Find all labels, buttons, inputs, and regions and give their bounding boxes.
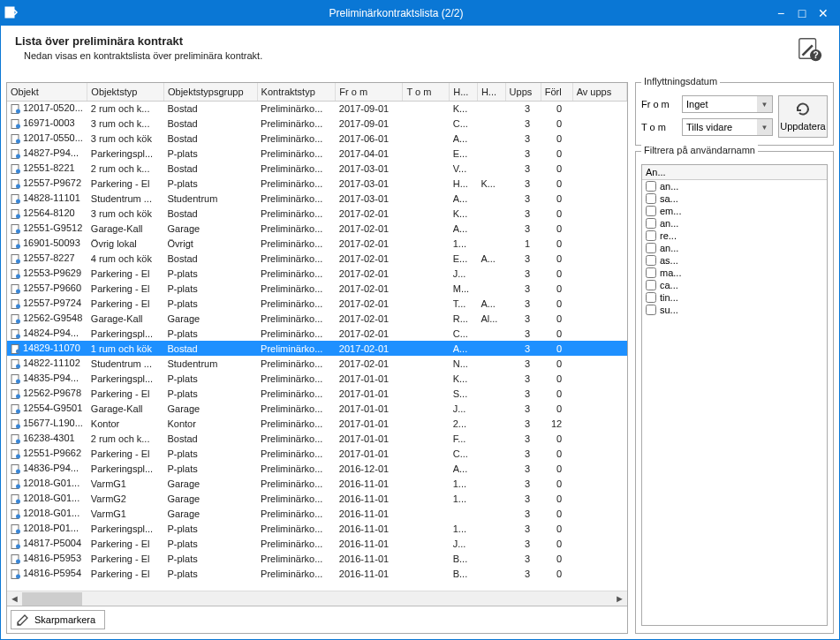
table-row[interactable]: 14829-110701 rum och kökBostadPreliminär… — [7, 341, 627, 356]
table-row[interactable]: 12562-G9548Garage-KallGaragePreliminärko… — [7, 311, 627, 326]
table-row[interactable]: 12018-G01...VarmG2GaragePreliminärko...2… — [7, 491, 627, 506]
user-row[interactable]: ca... — [642, 279, 827, 291]
table-cell: P-plats — [163, 551, 257, 566]
user-row[interactable]: as... — [642, 254, 827, 267]
user-checkbox[interactable] — [646, 193, 656, 204]
maximize-button[interactable]: □ — [795, 6, 809, 20]
user-checkbox[interactable] — [646, 305, 656, 315]
table-cell: P-plats — [163, 446, 257, 461]
table-row[interactable]: 15677-L190...KontorKontorPreliminärko...… — [7, 416, 627, 431]
chevron-down-icon[interactable]: ▼ — [757, 96, 772, 112]
table-row[interactable]: 12554-G9501Garage-KallGaragePreliminärko… — [7, 401, 627, 416]
grid-scroll[interactable]: ObjektObjektstypObjektstypsgruppKontrakt… — [7, 83, 627, 591]
table-row[interactable]: 12557-82274 rum och kökBostadPreliminärk… — [7, 251, 627, 266]
table-row[interactable]: 12551-G9512Garage-KallGaragePreliminärko… — [7, 221, 627, 236]
table-row[interactable]: 12551-P9662Parkering - ElP-platsPrelimin… — [7, 446, 627, 461]
user-checkbox[interactable] — [646, 255, 656, 266]
user-row[interactable]: ma... — [642, 267, 827, 279]
column-header[interactable]: Av upps — [572, 83, 626, 101]
table-cell: 0 — [541, 401, 572, 416]
user-row[interactable]: su... — [642, 304, 827, 316]
table-row[interactable]: 12564-81203 rum och kökBostadPreliminärk… — [7, 206, 627, 221]
table-cell: 0 — [541, 296, 572, 311]
table-row[interactable]: 16901-50093Övrig lokalÖvrigtPreliminärko… — [7, 236, 627, 251]
table-cell: P-plats — [163, 146, 257, 161]
skarpmarkera-button[interactable]: Skarpmarkera — [11, 610, 105, 629]
user-row[interactable]: re... — [642, 230, 827, 242]
table-cell: 0 — [541, 566, 572, 581]
column-header[interactable]: Objektstyp — [87, 83, 164, 101]
column-header[interactable]: H... — [477, 83, 505, 101]
column-header[interactable]: Objekt — [7, 83, 87, 101]
table-row[interactable]: 14836-P94...Parkeringspl...P-platsPrelim… — [7, 461, 627, 476]
column-header[interactable]: Fr o m — [336, 83, 403, 101]
column-header[interactable]: Objektstypsgrupp — [163, 83, 257, 101]
user-checkbox[interactable] — [646, 280, 656, 290]
user-row[interactable]: an... — [642, 180, 827, 192]
user-label: an... — [660, 218, 678, 229]
column-header[interactable]: Upps — [505, 83, 541, 101]
update-button[interactable]: Uppdatera — [778, 95, 828, 138]
to-date-combo[interactable]: Tills vidare ▼ — [682, 118, 773, 136]
user-checkbox[interactable] — [646, 267, 656, 278]
column-header[interactable]: H... — [450, 83, 478, 101]
minimize-button[interactable]: − — [774, 6, 788, 20]
horizontal-scrollbar[interactable]: ◄ ► — [7, 591, 627, 606]
user-row[interactable]: an... — [642, 217, 827, 230]
user-row[interactable]: sa... — [642, 192, 827, 205]
table-cell: A... — [450, 461, 478, 476]
scroll-left-arrow[interactable]: ◄ — [7, 591, 22, 606]
table-row[interactable]: 12018-P01...Parkeringspl...P-platsPrelim… — [7, 521, 627, 536]
table-row[interactable]: 12557-P9660Parkering - ElP-platsPrelimin… — [7, 281, 627, 296]
table-row[interactable]: 14822-11102Studentrum ...StudentrumPreli… — [7, 356, 627, 371]
contract-table[interactable]: ObjektObjektstypObjektstypsgruppKontrakt… — [7, 83, 627, 581]
user-checkbox[interactable] — [646, 206, 656, 216]
table-row[interactable]: 12557-P9672Parkering - ElP-platsPrelimin… — [7, 176, 627, 191]
table-cell: Preliminärko... — [257, 416, 336, 431]
table-cell — [403, 371, 450, 386]
table-row[interactable]: 12551-82212 rum och k...BostadPreliminär… — [7, 161, 627, 176]
table-row[interactable]: 14827-P94...Parkeringspl...P-platsPrelim… — [7, 146, 627, 161]
table-row[interactable]: 14817-P5004Parkering - ElP-platsPrelimin… — [7, 536, 627, 551]
table-cell: 2016-11-01 — [336, 551, 403, 566]
table-cell — [403, 491, 450, 506]
table-cell: 2017-02-01 — [336, 311, 403, 326]
table-cell: 2017-02-01 — [336, 296, 403, 311]
column-header[interactable]: Förl — [541, 83, 572, 101]
table-row[interactable]: 14835-P94...Parkeringspl...P-platsPrelim… — [7, 371, 627, 386]
table-row[interactable]: 14816-P5954Parkering - ElP-platsPrelimin… — [7, 566, 627, 581]
table-row[interactable]: 14816-P5953Parkering - ElP-platsPrelimin… — [7, 551, 627, 566]
user-checkbox[interactable] — [646, 218, 656, 229]
column-header[interactable]: T o m — [403, 83, 450, 101]
table-row[interactable]: 12017-0550...3 rum och kökBostadPrelimin… — [7, 131, 627, 146]
table-cell: 3 rum och kök — [87, 206, 164, 221]
table-row[interactable]: 16238-43012 rum och k...BostadPreliminär… — [7, 431, 627, 446]
chevron-down-icon[interactable]: ▼ — [757, 119, 772, 135]
table-row[interactable]: 12018-G01...VarmG1GaragePreliminärko...2… — [7, 506, 627, 521]
user-row[interactable]: tin... — [642, 291, 827, 304]
table-row[interactable]: 12562-P9678Parkering - ElP-platsPrelimin… — [7, 386, 627, 401]
user-checkbox[interactable] — [646, 181, 656, 192]
table-row[interactable]: 14824-P94...Parkeringspl...P-platsPrelim… — [7, 326, 627, 341]
close-button[interactable]: ✕ — [816, 6, 830, 20]
user-checkbox[interactable] — [646, 230, 656, 241]
table-row[interactable]: 12557-P9724Parkering - ElP-platsPrelimin… — [7, 296, 627, 311]
table-row[interactable]: 16971-00033 rum och k...BostadPreliminär… — [7, 116, 627, 131]
user-checkbox[interactable] — [646, 292, 656, 303]
help-icon[interactable]: ? — [795, 34, 825, 64]
user-checkbox[interactable] — [646, 243, 656, 253]
table-row[interactable]: 12553-P9629Parkering - ElP-platsPrelimin… — [7, 266, 627, 281]
scrollbar-thumb[interactable] — [22, 592, 82, 606]
table-cell — [572, 326, 626, 341]
table-row[interactable]: 12017-0520...2 rum och k...BostadPrelimi… — [7, 101, 627, 116]
table-cell — [572, 251, 626, 266]
column-header[interactable]: Kontraktstyp — [257, 83, 336, 101]
user-list[interactable]: An... an...sa...em...an...re...an...as..… — [641, 164, 828, 626]
user-row[interactable]: an... — [642, 242, 827, 254]
page-header: Lista över preliminära kontrakt Nedan vi… — [1, 26, 839, 66]
from-date-combo[interactable]: Inget ▼ — [682, 95, 773, 113]
table-row[interactable]: 12018-G01...VarmG1GaragePreliminärko...2… — [7, 476, 627, 491]
scroll-right-arrow[interactable]: ► — [612, 591, 627, 606]
table-row[interactable]: 14828-11101Studentrum ...StudentrumPreli… — [7, 191, 627, 206]
user-row[interactable]: em... — [642, 205, 827, 217]
